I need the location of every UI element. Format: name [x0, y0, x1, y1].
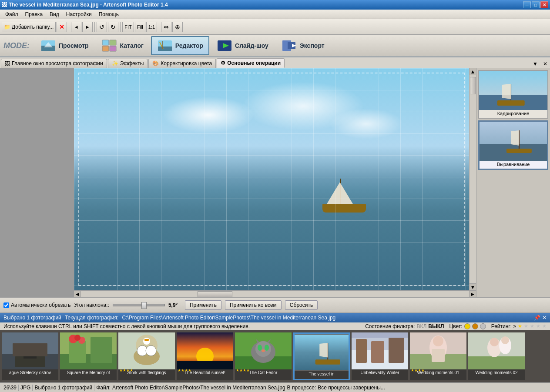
tab-color-correct[interactable]: 🎨 Корректировка цвета [148, 59, 216, 68]
mode-view-button[interactable]: Просмотр [35, 36, 94, 55]
pin-button[interactable]: 📌 [534, 315, 540, 321]
svg-rect-60 [315, 359, 340, 364]
actual-size-button[interactable]: 1:1 [146, 22, 157, 32]
filter-info-bar: Используйте клавиши CTRL или SHIFT совме… [0, 322, 550, 330]
menu-help[interactable]: Помощь [95, 10, 122, 18]
forward-button[interactable]: ► [82, 22, 93, 32]
v-scroll-thumb[interactable] [470, 77, 476, 94]
color-dot-3[interactable] [480, 323, 486, 329]
thumbnail-6[interactable]: The vessel in [293, 332, 350, 380]
scroll-down-button[interactable]: ▼ [470, 283, 476, 290]
scroll-left-button[interactable]: ◄ [74, 291, 81, 298]
thumb-label-7: Unbelievably Winter [352, 369, 408, 376]
rotate-ccw-button[interactable]: ↺ [97, 22, 107, 32]
tab-main-view[interactable]: 🖼 Главное окно просмотра фотографии [1, 59, 107, 68]
mode-catalog-button[interactable]: Каталог [96, 36, 149, 55]
svg-rect-33 [69, 341, 86, 363]
thumbnail-7[interactable]: Unbelievably Winter [352, 332, 408, 380]
horizontal-scrollbar[interactable]: ◄ ► [74, 290, 476, 297]
thumbnail-9[interactable]: Wedding moments 02 [468, 332, 525, 380]
zoom-in-button[interactable]: ⊕ [172, 22, 183, 32]
color-filter-label: Цвет: [449, 323, 462, 329]
menu-file[interactable]: Файл [2, 10, 22, 18]
sidebar-crop[interactable]: Кадрирование [478, 70, 548, 119]
title-bar: 🖼 The vessel in Mediterranean Sea.jpg - … [0, 0, 550, 10]
angle-slider[interactable] [113, 304, 165, 306]
zoom-fit-button[interactable]: ⇔ [161, 22, 171, 32]
fit-button[interactable]: FIT [122, 22, 134, 32]
svg-rect-8 [158, 47, 172, 51]
photo-view[interactable] [74, 68, 469, 290]
vertical-scrollbar[interactable]: ▲ ▼ [469, 68, 476, 290]
separator-4 [159, 22, 159, 32]
maximize-button[interactable]: □ [532, 1, 540, 8]
svg-marker-24 [511, 130, 519, 146]
scroll-right-button[interactable]: ► [469, 291, 476, 298]
current-photo-path: C:\Program Files\Artensoft Photo Editor\… [122, 315, 335, 321]
menu-view[interactable]: Вид [46, 10, 63, 18]
coords-display: 26\39 [3, 385, 17, 391]
tab-close-button[interactable]: ✕ [541, 60, 549, 68]
apply-all-button[interactable]: Применить ко всем [225, 300, 282, 310]
filter-label: Состояние фильтра: [365, 323, 415, 329]
reset-button[interactable]: Сбросить [285, 300, 318, 310]
angle-slider-thumb[interactable] [141, 302, 147, 309]
add-folder-button[interactable]: 📁 Добавить папку... [2, 22, 56, 32]
thumbnail-4[interactable]: ★★★★ The Beautiful sunset! [177, 332, 233, 380]
tab-effects[interactable]: ✨ Эффекты [108, 59, 148, 68]
boat-sail [327, 182, 353, 204]
auto-crop-checkbox[interactable] [3, 302, 9, 308]
mode-editor-button[interactable]: Редактор [151, 36, 209, 55]
file-label: Файл: [96, 385, 111, 391]
apply-button[interactable]: Применить [185, 300, 221, 310]
delete-button[interactable]: ✕ [57, 22, 67, 32]
strip-close-button[interactable]: ✕ [542, 315, 547, 321]
svg-point-75 [490, 338, 499, 346]
thumbnail-8[interactable]: ★★★★ Wedding moments 01 [410, 332, 466, 380]
minimize-button[interactable]: ─ [523, 1, 531, 8]
filter-off-button[interactable]: ВЫКЛ [428, 323, 444, 329]
tab-basic-ops[interactable]: ⚙ Основные операции [217, 58, 285, 68]
menu-settings[interactable]: Настройки [63, 10, 95, 18]
tab-effects-icon: ✨ [112, 60, 118, 66]
close-button[interactable]: ✕ [540, 1, 548, 8]
editor-mode-label: Редактор [175, 42, 203, 49]
tabs-right-controls: ▼ ✕ [531, 60, 549, 68]
filter-on-button[interactable]: ВКЛ [416, 323, 426, 329]
filter-section: Состояние фильтра: ВКЛ ВЫКЛ Цвет: Рейтин… [365, 323, 547, 329]
mode-export-button[interactable]: Экспорт [276, 36, 330, 55]
rotate-cw-button[interactable]: ↻ [108, 22, 118, 32]
canvas-area[interactable]: ▲ ▼ ◄ ► [74, 68, 476, 297]
thumbnail-1[interactable]: ague Strelecky ostrov [2, 332, 58, 380]
thumbnail-3[interactable]: ★★★★ Stork with fledglings [118, 332, 175, 380]
menu-edit[interactable]: Правка [22, 10, 47, 18]
rating-star-1[interactable]: ★ [518, 323, 522, 329]
color-dot-1[interactable] [464, 323, 470, 329]
angle-label: Угол наклона:: [74, 302, 109, 308]
thumb-img-8 [410, 332, 466, 369]
rating-star-3[interactable]: ★ [530, 323, 534, 329]
boat-hull [322, 204, 366, 213]
crop-label: Кадрирование [479, 110, 547, 116]
current-photo-label: Текущая фотография: [65, 315, 119, 321]
separator-3 [120, 22, 121, 32]
svg-point-51 [255, 341, 271, 357]
thumbnail-5[interactable]: ★★★★ The Cat Fedor [235, 332, 292, 380]
export-mode-icon [282, 39, 297, 52]
fill-button[interactable]: Fill [135, 22, 145, 32]
export-mode-label: Экспорт [300, 42, 325, 49]
tab-list-button[interactable]: ▼ [531, 60, 540, 68]
mode-slideshow-button[interactable]: Слайд-шоу [211, 36, 274, 55]
scroll-up-button[interactable]: ▲ [470, 68, 476, 75]
boat-element [318, 178, 370, 213]
back-button[interactable]: ◄ [71, 22, 81, 32]
h-scroll-thumb[interactable] [198, 291, 232, 297]
sidebar-align[interactable]: Выравнивание [478, 120, 548, 170]
color-dot-2[interactable] [472, 323, 478, 329]
rating-star-5[interactable]: ★ [542, 323, 547, 329]
rating-star-2[interactable]: ★ [524, 323, 528, 329]
tab-color-correct-icon: 🎨 [152, 60, 159, 66]
thumbnail-2[interactable]: Square the Memory of [60, 332, 117, 380]
svg-rect-5 [102, 46, 109, 51]
rating-star-4[interactable]: ★ [536, 323, 540, 329]
